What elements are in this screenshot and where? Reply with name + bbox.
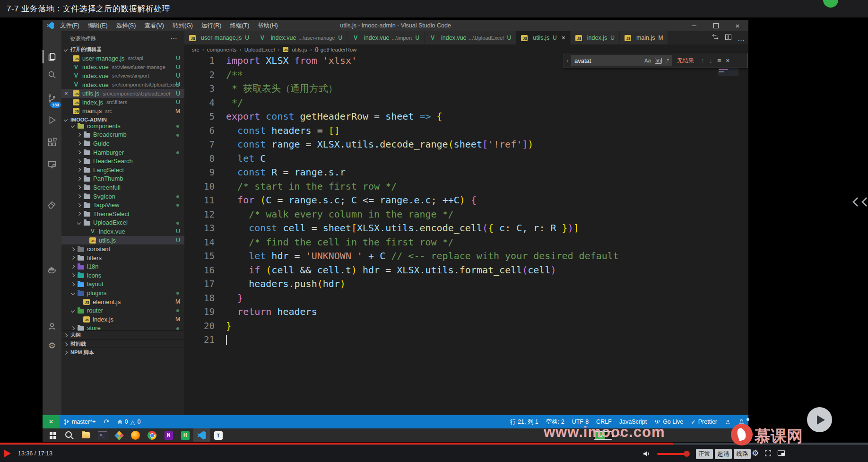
taskbar-file-explorer[interactable] [78, 428, 94, 442]
menu-go[interactable]: 转到(G) [168, 20, 197, 31]
feedback-person-icon[interactable] [721, 419, 735, 425]
tree-folder-Hamburger[interactable]: Hamburger [61, 148, 184, 157]
prettier-item[interactable]: ✓Prettier [687, 418, 721, 426]
tree-folder-icons[interactable]: icons [61, 271, 184, 280]
source-control-icon[interactable]: 133 [43, 90, 61, 107]
menu-terminal[interactable]: 终端(T) [226, 20, 253, 31]
menu-edit[interactable]: 编辑(E) [84, 20, 112, 31]
taskbar-chrome[interactable] [144, 428, 160, 442]
tab-user-manage.js[interactable]: JSuser-manage.jsU [184, 31, 254, 44]
menu-run[interactable]: 运行(R) [197, 20, 226, 31]
regex-icon[interactable]: .* [666, 58, 669, 63]
run-debug-icon[interactable] [43, 112, 61, 129]
code-editor[interactable]: 1import XLSX from 'xlsx'2/**3 * 获取表头（通用方… [184, 54, 748, 415]
git-branch-item[interactable]: master*+ [60, 418, 99, 425]
tree-folder-layout[interactable]: layout [61, 280, 184, 289]
tree-folder-ThemeSelect[interactable]: ThemeSelect [61, 209, 184, 218]
volume-knob[interactable] [684, 451, 690, 457]
collapse-panel-icon[interactable] [854, 199, 868, 205]
find-next-icon[interactable]: ↓ [709, 57, 712, 64]
tab-index.vue[interactable]: Vindex.vue...\UploadExcelU [425, 31, 516, 44]
tree-file-index.vue[interactable]: Vindex.vueU [61, 227, 184, 236]
tree-folder-i18n[interactable]: i18n [61, 262, 184, 271]
tree-folder-Breadcrumb[interactable]: Breadcrumb [61, 131, 184, 139]
tree-folder-components[interactable]: components [61, 122, 184, 131]
eraser-tool-icon[interactable] [43, 196, 61, 213]
extensions-icon[interactable] [43, 134, 61, 151]
sync-button[interactable] [99, 418, 113, 425]
open-editor-item[interactable]: JSindex.jssrc\filtersU [61, 98, 184, 107]
tree-folder-router[interactable]: router [61, 306, 184, 315]
play-overlay-button[interactable] [807, 407, 832, 432]
open-editor-item[interactable]: Vindex.vuesrc\components\UploadExcelU [61, 80, 184, 89]
taskbar-vscode[interactable] [193, 428, 210, 442]
tree-folder-HeaderSearch[interactable]: HeaderSearch [61, 157, 184, 166]
explorer-icon[interactable] [43, 48, 61, 65]
tab-index.vue[interactable]: Vindex.vue...\importU [347, 31, 424, 44]
remote-explorer-icon[interactable] [43, 156, 61, 173]
player-settings-icon[interactable]: ⚙ [752, 448, 759, 458]
tree-folder-constant[interactable]: constant [61, 244, 184, 253]
speed-button[interactable]: 正常 [696, 449, 713, 459]
breadcrumb-item[interactable]: JSutils.js [283, 47, 307, 52]
tab-main.js[interactable]: JSmain.jsM [620, 31, 668, 44]
tree-folder-PanThumb[interactable]: PanThumb [61, 174, 184, 183]
tree-file-utils.js[interactable]: JSutils.jsU [61, 236, 184, 245]
taskbar-hbuilder[interactable]: H [177, 428, 193, 442]
tree-folder-plugins[interactable]: plugins [61, 288, 184, 297]
menu-help[interactable]: 帮助(H) [253, 20, 282, 31]
open-editor-item[interactable]: Vindex.vuesrc\views\importU [61, 71, 184, 80]
tree-folder-UploadExcel[interactable]: UploadExcel [61, 218, 184, 227]
theater-mode-icon[interactable] [777, 450, 785, 459]
taskbar-search[interactable] [61, 428, 78, 442]
breadcrumb-item[interactable]: {}getHeaderRow [315, 47, 357, 52]
open-editors-section[interactable]: 打开的编辑器 [61, 45, 184, 54]
menu-view[interactable]: 查看(V) [140, 20, 168, 31]
tab-index.vue[interactable]: Vindex.vue...\user-manageU [254, 31, 347, 44]
taskbar-firefox[interactable] [127, 428, 144, 442]
taskbar-onenote[interactable]: N [160, 428, 177, 442]
tree-file-element.js[interactable]: JSelement.jsM [61, 297, 184, 306]
problems-item[interactable]: ⊗0 △0 [113, 418, 144, 426]
open-changes-icon[interactable] [712, 33, 719, 43]
breadcrumb[interactable]: src›components›UploadExcel›JSutils.js›{}… [184, 44, 748, 54]
open-editor-item[interactable]: JSmain.jssrcM [61, 107, 184, 116]
line-button[interactable]: 线路 [734, 449, 751, 459]
play-button[interactable] [4, 450, 11, 457]
settings-gear-icon[interactable]: ⚙ [43, 337, 61, 354]
sidebar-section-1[interactable]: 大纲 [61, 330, 184, 340]
open-editor-item[interactable]: Vindex.vuesrc\views\user-manageU [61, 63, 184, 72]
close-editor-icon[interactable]: × [64, 90, 73, 97]
docker-icon[interactable] [43, 261, 61, 278]
account-icon[interactable] [43, 318, 61, 335]
close-tab-icon[interactable]: × [562, 34, 565, 42]
remote-indicator[interactable]: ✕ [43, 415, 60, 428]
tree-file-index.js[interactable]: JSindex.jsM [61, 315, 184, 324]
taskbar-visual-studio[interactable] [111, 428, 127, 442]
sidebar-section-3[interactable]: NPM 脚本 [61, 348, 184, 357]
tree-folder-Screenfull[interactable]: Screenfull [61, 183, 184, 192]
minimize-button[interactable] [683, 20, 705, 31]
tree-folder-Guide[interactable]: Guide [61, 139, 184, 148]
find-in-selection-icon[interactable]: ≡ [717, 57, 721, 64]
breadcrumb-item[interactable]: src [192, 47, 199, 52]
find-close-icon[interactable]: × [726, 57, 729, 64]
tree-folder-LangSelect[interactable]: LangSelect [61, 166, 184, 174]
editor-more-icon[interactable]: … [738, 34, 745, 42]
tree-folder-SvgIcon[interactable]: SvgIcon [61, 192, 184, 201]
taskbar-typora[interactable]: T [210, 428, 226, 442]
breadcrumb-item[interactable]: components [207, 47, 237, 52]
find-input[interactable]: avatat Aa ab .* [571, 55, 672, 66]
taskbar-terminal[interactable]: >_ [94, 428, 111, 442]
taskbar-start[interactable] [44, 428, 61, 442]
sidebar-section-2[interactable]: 时间线 [61, 339, 184, 349]
find-previous-icon[interactable]: ↑ [701, 57, 704, 64]
menu-selection[interactable]: 选择(S) [112, 20, 140, 31]
volume-slider[interactable] [657, 453, 686, 455]
split-editor-icon[interactable] [725, 34, 732, 43]
cursor-position[interactable]: 行 21, 列 1 [506, 418, 542, 426]
open-editor-item[interactable]: JSuser-manage.jssrc\apiU [61, 54, 184, 63]
search-icon[interactable] [43, 66, 61, 83]
menu-file[interactable]: 文件(F) [56, 20, 84, 31]
explorer-more-icon[interactable]: … [170, 32, 178, 40]
